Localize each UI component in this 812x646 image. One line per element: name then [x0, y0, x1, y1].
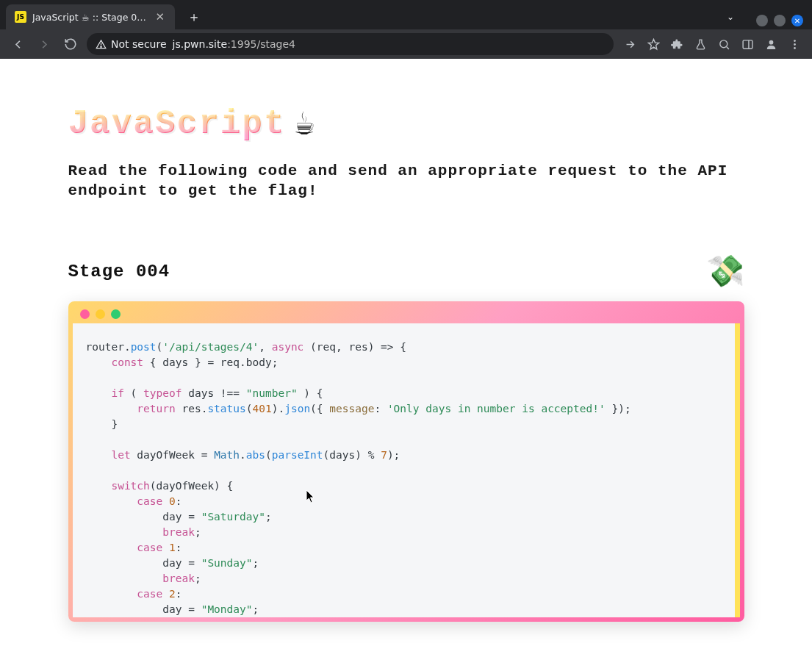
browser-chrome: JS JavaScript ☕ :: Stage 004 ✕ ＋ ⌄ ✕ Not… — [0, 0, 812, 59]
tab-favicon: JS — [15, 11, 26, 23]
url-port: :1995 — [227, 38, 256, 50]
code-window-titlebar — [73, 306, 740, 323]
code-body[interactable]: router.post('/api/stages/4', async (req,… — [73, 323, 740, 617]
new-tab-button[interactable]: ＋ — [184, 7, 204, 27]
code-listing: router.post('/api/stages/4', async (req,… — [86, 340, 722, 617]
search-icon[interactable] — [714, 34, 734, 54]
send-icon[interactable] — [619, 34, 640, 54]
profile-icon[interactable] — [761, 34, 781, 54]
security-label: Not secure — [111, 38, 167, 50]
browser-toolbar: Not secure js.pwn.site:1995/stage4 — [0, 29, 812, 59]
page-viewport: JavaScript ☕ Read the following code and… — [0, 59, 812, 646]
url-display: js.pwn.site:1995/stage4 — [173, 38, 295, 50]
window-maximize-icon[interactable] — [774, 15, 786, 26]
page-title: JavaScript — [68, 105, 286, 143]
url-path: /stage4 — [256, 38, 295, 50]
browser-tab[interactable]: JS JavaScript ☕ :: Stage 004 ✕ — [6, 4, 175, 29]
svg-point-7 — [794, 43, 796, 46]
panel-icon[interactable] — [737, 34, 758, 54]
traffic-light-zoom-icon — [111, 309, 121, 319]
tab-close-icon[interactable]: ✕ — [154, 12, 166, 23]
money-wings-icon: 💸 — [706, 253, 744, 291]
url-host: js.pwn.site — [173, 38, 228, 50]
address-bar[interactable]: Not secure js.pwn.site:1995/stage4 — [87, 33, 614, 55]
nav-forward-button — [34, 34, 54, 54]
window-minimize-icon[interactable] — [756, 15, 768, 26]
window-close-icon[interactable]: ✕ — [791, 15, 803, 26]
instructions-text: Read the following code and send an appr… — [68, 161, 744, 201]
svg-point-1 — [101, 46, 101, 47]
tab-strip: JS JavaScript ☕ :: Stage 004 ✕ ＋ ⌄ ✕ — [0, 0, 812, 29]
nav-back-button[interactable] — [7, 34, 28, 54]
traffic-light-close-icon — [80, 309, 90, 319]
tab-list-caret-icon[interactable]: ⌄ — [722, 7, 739, 26]
nav-reload-button[interactable] — [60, 34, 81, 54]
traffic-light-minimize-icon — [96, 309, 105, 319]
extensions-icon[interactable] — [667, 34, 687, 54]
tab-title: JavaScript ☕ :: Stage 004 — [32, 12, 148, 23]
site-security-chip[interactable]: Not secure — [96, 38, 167, 50]
code-window: router.post('/api/stages/4', async (req,… — [68, 301, 744, 622]
stage-heading: Stage 004 — [68, 262, 170, 281]
window-controls: ✕ — [756, 15, 803, 26]
svg-point-6 — [794, 40, 796, 42]
coffee-icon: ☕ — [295, 103, 315, 145]
svg-point-8 — [794, 47, 796, 49]
bookmark-icon[interactable] — [643, 34, 664, 54]
page-content: JavaScript ☕ Read the following code and… — [10, 59, 803, 646]
kebab-menu-icon[interactable] — [784, 34, 805, 54]
svg-rect-3 — [743, 40, 752, 48]
svg-point-5 — [769, 40, 773, 44]
lab-flask-icon[interactable] — [690, 34, 711, 54]
svg-point-2 — [719, 40, 727, 47]
